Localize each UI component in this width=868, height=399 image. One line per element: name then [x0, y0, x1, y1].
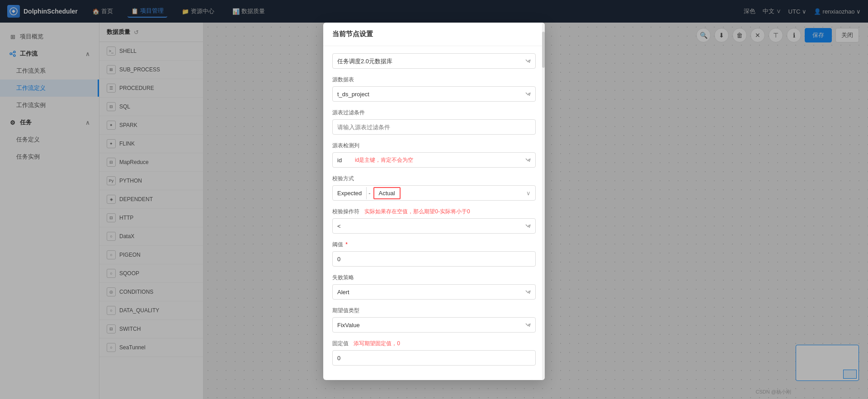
threshold-group: 阈值 * — [332, 241, 536, 267]
fixed-value-hint: 添写期望固定值，0 — [354, 340, 400, 347]
filter-group: 源表过滤条件 — [332, 109, 536, 135]
threshold-required: * — [345, 241, 348, 248]
modal-body: 任务调度2.0元数据库 源数据表 t_ds_project 源表过滤条件 — [323, 46, 545, 380]
operator-hint: 实际如果存在空值，那么期望0-实际将小于0 — [364, 208, 470, 215]
fail-strategy-select[interactable]: Alert — [332, 284, 536, 300]
source-table-group: 源数据表 t_ds_project — [332, 76, 536, 102]
expected-type-label: 期望值类型 — [332, 307, 536, 315]
detect-col-label: 源表检测列 — [332, 142, 536, 150]
validation-label: 校验方式 — [332, 175, 536, 183]
modal-scrollbar[interactable] — [542, 23, 545, 380]
fixed-value-group: 固定值 添写期望固定值，0 — [332, 340, 536, 366]
modal-title: 当前节点设置 — [323, 23, 545, 46]
validation-method-group: 校验方式 Expected - Actual ∨ — [332, 175, 536, 201]
threshold-label: 阈值 * — [332, 241, 536, 249]
validation-dropdown-icon[interactable]: ∨ — [522, 190, 535, 197]
expected-type-select[interactable]: FixValue — [332, 317, 536, 333]
filter-input[interactable] — [332, 119, 536, 135]
modal-scrollbar-thumb — [542, 32, 545, 68]
source-table-select[interactable]: t_ds_project — [332, 86, 536, 102]
modal-overlay: 当前节点设置 任务调度2.0元数据库 源数据表 t_ds_project — [0, 0, 868, 399]
filter-label: 源表过滤条件 — [332, 109, 536, 117]
datasource-select[interactable]: 任务调度2.0元数据库 — [332, 53, 536, 69]
detect-col-group: 源表检测列 id id是主键，肯定不会为空 — [332, 142, 536, 168]
fixed-value-input[interactable] — [332, 350, 536, 366]
source-table-label: 源数据表 — [332, 76, 536, 84]
fail-strategy-group: 失败策略 Alert — [332, 274, 536, 300]
operator-label: 校验操作符 实际如果存在空值，那么期望0-实际将小于0 — [332, 208, 536, 216]
expected-type-group: 期望值类型 FixValue — [332, 307, 536, 333]
datasource-group: 任务调度2.0元数据库 — [332, 53, 536, 69]
detect-col-select[interactable]: id — [332, 152, 536, 168]
threshold-input[interactable] — [332, 251, 536, 267]
fixed-value-label: 固定值 添写期望固定值，0 — [332, 340, 536, 347]
node-settings-modal: 当前节点设置 任务调度2.0元数据库 源数据表 t_ds_project — [323, 23, 545, 380]
operator-group: 校验操作符 实际如果存在空值，那么期望0-实际将小于0 < — [332, 208, 536, 234]
validation-separator: - — [367, 190, 372, 197]
fail-strategy-label: 失败策略 — [332, 274, 536, 282]
validation-actual: Actual — [373, 187, 401, 199]
validation-expected: Expected — [333, 187, 367, 199]
operator-select[interactable]: < — [332, 218, 536, 234]
